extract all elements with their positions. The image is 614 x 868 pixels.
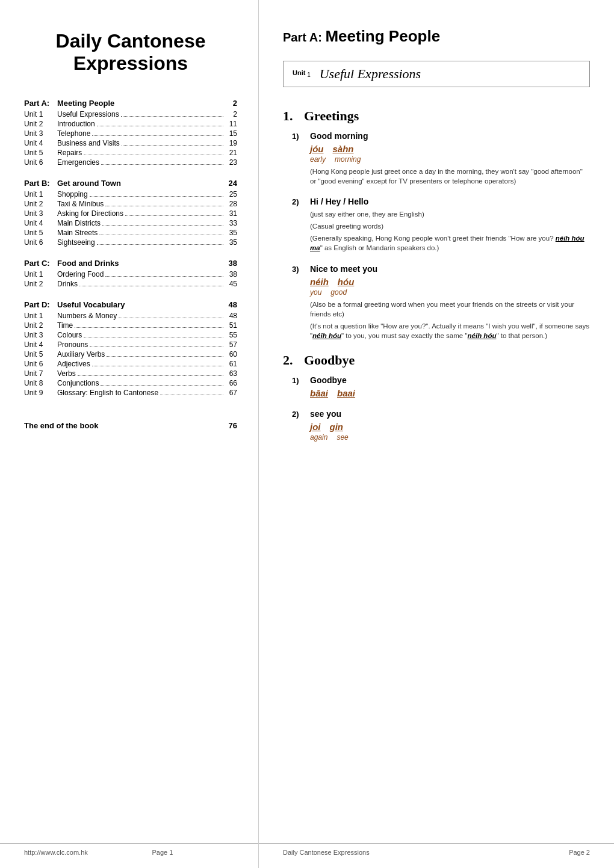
toc-part-page: 48 bbox=[222, 300, 237, 309]
toc-unit-title-dots: Ordering Food bbox=[57, 270, 225, 279]
sub-item: 2) Hi / Hey / Hello (just say either one… bbox=[283, 197, 590, 253]
toc-part-title: Food and Drinks bbox=[57, 259, 222, 268]
toc-unit-label: Unit 2 bbox=[24, 321, 57, 330]
sub-item-header: 2) see you bbox=[292, 409, 590, 419]
toc-dots bbox=[97, 244, 223, 245]
translation-line: yougood bbox=[310, 288, 590, 297]
cantonese-word: néih bbox=[310, 277, 329, 287]
toc-dots bbox=[119, 318, 223, 318]
toc-unit-title-dots: Auxiliary Verbs bbox=[57, 350, 225, 359]
page-left: Daily Cantonese Expressions Part A: Meet… bbox=[0, 0, 259, 868]
toc-unit-title-dots: Main Streets bbox=[57, 229, 225, 237]
toc-unit-page: 21 bbox=[225, 149, 237, 157]
toc-unit-row: Unit 2 Introduction 11 bbox=[24, 120, 237, 128]
left-page-footer: http://www.clc.com.hk Page 1 bbox=[0, 843, 258, 856]
toc-dots bbox=[101, 164, 223, 165]
toc-unit-label: Unit 1 bbox=[24, 190, 57, 199]
toc-unit-row: Unit 3 Asking for Directions 31 bbox=[24, 209, 237, 218]
sub-item: 2) see you joiginagainsee bbox=[283, 409, 590, 442]
toc-unit-page: 23 bbox=[225, 158, 237, 167]
note-text: (Generally speaking, Hong Kong people wo… bbox=[310, 233, 590, 253]
unit-label: Unit 1 bbox=[293, 69, 311, 78]
toc-end-row: The end of the book 76 bbox=[24, 421, 237, 430]
toc-unit-page: 57 bbox=[225, 340, 237, 349]
toc-unit-title-dots: Introduction bbox=[57, 120, 225, 128]
sub-item-num: 1) bbox=[292, 132, 310, 141]
toc-unit-title: Adjectives bbox=[57, 360, 90, 368]
toc-unit-page: 11 bbox=[225, 120, 237, 128]
toc-unit-page: 51 bbox=[225, 321, 237, 330]
toc-part-title: Useful Vocabulary bbox=[57, 300, 222, 309]
unit-title: Useful Expressions bbox=[320, 66, 421, 82]
toc-unit-label: Unit 1 bbox=[24, 110, 57, 119]
translation-word: you bbox=[310, 288, 321, 297]
toc-unit-page: 28 bbox=[225, 200, 237, 208]
toc-unit-title-dots: Main Districts bbox=[57, 219, 225, 227]
toc-unit-page: 55 bbox=[225, 331, 237, 339]
toc-unit-row: Unit 3 Colours 55 bbox=[24, 331, 237, 339]
cantonese-word: sàhn bbox=[333, 144, 354, 154]
toc-unit-title-dots: Verbs bbox=[57, 369, 225, 378]
toc-unit-row: Unit 2 Taxi & Minibus 28 bbox=[24, 200, 237, 208]
toc-dots bbox=[97, 126, 223, 126]
toc-unit-label: Unit 5 bbox=[24, 229, 57, 237]
toc-unit-title: Main Streets bbox=[57, 229, 98, 237]
translation-word: early bbox=[310, 155, 326, 164]
toc-unit-page: 48 bbox=[225, 312, 237, 320]
toc-dots bbox=[107, 356, 223, 357]
toc-unit-row: Unit 1 Useful Expressions 2 bbox=[24, 110, 237, 119]
toc-dots bbox=[102, 225, 223, 226]
toc-unit-title: Shopping bbox=[57, 190, 88, 199]
toc-unit-page: 25 bbox=[225, 190, 237, 199]
translation-line: earlymorning bbox=[310, 155, 590, 164]
toc-dots bbox=[121, 116, 223, 117]
toc-unit-title: Business and Visits bbox=[57, 139, 120, 147]
toc-unit-title-dots: Shopping bbox=[57, 190, 225, 199]
sub-item-num: 2) bbox=[292, 410, 310, 419]
cantonese-word: gin bbox=[330, 422, 344, 432]
part-title: Meeting People bbox=[325, 27, 440, 45]
toc-unit-page: 61 bbox=[225, 360, 237, 368]
cantonese-line: bāaibaai bbox=[310, 388, 590, 398]
footer-book-name: Daily Cantonese Expressions bbox=[283, 849, 370, 856]
toc-unit-title-dots: Emergencies bbox=[57, 158, 225, 167]
toc-unit-title-dots: Business and Visits bbox=[57, 139, 225, 147]
toc-part-page: 38 bbox=[222, 259, 237, 268]
sub-item-header: 3) Nice to meet you bbox=[292, 264, 590, 274]
toc-part-title: Get around Town bbox=[57, 179, 222, 188]
sub-item-title: Good morning bbox=[310, 131, 368, 141]
toc-unit-title: Repairs bbox=[57, 149, 82, 157]
toc-unit-page: 15 bbox=[225, 129, 237, 138]
toc-unit-title: Numbers & Money bbox=[57, 312, 117, 320]
toc-end-label: The end of the book bbox=[24, 421, 99, 430]
book-title: Daily Cantonese Expressions bbox=[24, 30, 237, 75]
toc-unit-label: Unit 3 bbox=[24, 331, 57, 339]
toc-unit-page: 67 bbox=[225, 389, 237, 397]
toc-unit-label: Unit 7 bbox=[24, 369, 57, 378]
cantonese-word: baai bbox=[337, 388, 355, 398]
toc-unit-page: 45 bbox=[225, 280, 237, 288]
toc-dots bbox=[84, 155, 223, 155]
toc-unit-title-dots: Telephone bbox=[57, 129, 225, 138]
toc-unit-title: Glossary: English to Cantonese bbox=[57, 389, 158, 397]
sub-item-title: see you bbox=[310, 409, 341, 419]
note-text: (Casual greeting words) bbox=[310, 221, 590, 231]
toc-part-label: Part D: bbox=[24, 300, 57, 309]
toc-part-page: 2 bbox=[222, 99, 237, 108]
unit-header-box: Unit 1 Useful Expressions bbox=[283, 61, 590, 87]
toc-unit-row: Unit 5 Auxiliary Verbs 60 bbox=[24, 350, 237, 359]
translation-word: see bbox=[336, 433, 348, 442]
section-heading: 2. Goodbye bbox=[283, 352, 590, 368]
translation-word: morning bbox=[335, 155, 361, 164]
toc-unit-title: Taxi & Minibus bbox=[57, 200, 104, 208]
toc-unit-row: Unit 1 Shopping 25 bbox=[24, 190, 237, 199]
sub-item: 3) Nice to meet you néihhóuyougood(Also … bbox=[283, 264, 590, 340]
toc-unit-page: 31 bbox=[225, 209, 237, 218]
toc-unit-row: Unit 6 Emergencies 23 bbox=[24, 158, 237, 167]
footer-url: http://www.clc.com.hk bbox=[24, 849, 88, 856]
note-text: (Also be a formal greeting word when you… bbox=[310, 300, 590, 319]
toc-unit-title-dots: Useful Expressions bbox=[57, 110, 225, 119]
section-title: Goodbye bbox=[304, 352, 355, 368]
toc-unit-page: 66 bbox=[225, 379, 237, 387]
toc-part-label: Part A: bbox=[24, 99, 57, 108]
